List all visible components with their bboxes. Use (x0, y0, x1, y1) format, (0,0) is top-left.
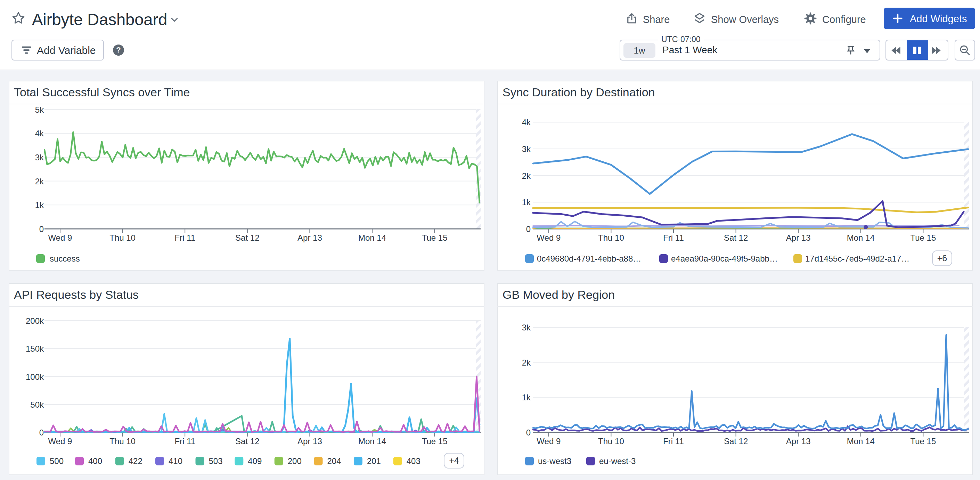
svg-text:422: 422 (129, 456, 143, 466)
svg-text:503: 503 (209, 456, 223, 466)
svg-text:3k: 3k (35, 153, 44, 162)
svg-text:4k: 4k (522, 118, 531, 127)
svg-text:Wed 9: Wed 9 (536, 233, 560, 242)
svg-text:Thu 10: Thu 10 (598, 233, 624, 242)
svg-text:Apr 13: Apr 13 (298, 233, 322, 242)
svg-text:1k: 1k (522, 393, 531, 402)
svg-text:Wed 9: Wed 9 (48, 233, 72, 242)
svg-text:0: 0 (526, 428, 531, 437)
svg-text:2k: 2k (522, 358, 531, 367)
svg-text:Mon 14: Mon 14 (847, 437, 875, 446)
svg-text:2k: 2k (35, 177, 44, 186)
svg-text:200k: 200k (26, 316, 44, 325)
svg-text:e4aea90a-90ca-49f5-9abb…: e4aea90a-90ca-49f5-9abb… (671, 254, 778, 263)
svg-text:500: 500 (50, 456, 64, 466)
svg-text:4k: 4k (35, 129, 44, 138)
svg-text:150k: 150k (26, 344, 44, 353)
svg-text:Apr 13: Apr 13 (786, 233, 811, 242)
svg-text:204: 204 (327, 456, 341, 466)
svg-text:0: 0 (39, 224, 44, 234)
svg-text:Tue 15: Tue 15 (422, 233, 448, 242)
svg-text:Fri 11: Fri 11 (175, 233, 195, 242)
svg-text:Fri 11: Fri 11 (663, 233, 684, 242)
svg-text:Thu 10: Thu 10 (110, 233, 135, 242)
svg-text:0: 0 (39, 428, 44, 437)
svg-text:Mon 14: Mon 14 (358, 233, 386, 242)
svg-text:Tue 15: Tue 15 (910, 437, 936, 446)
svg-text:Thu 10: Thu 10 (110, 437, 135, 446)
svg-text:us-west3: us-west3 (538, 456, 571, 466)
svg-text:17d1455c-7ed5-49d2-a17…: 17d1455c-7ed5-49d2-a17… (805, 254, 910, 263)
svg-text:eu-west-3: eu-west-3 (599, 456, 636, 466)
svg-text:5k: 5k (35, 105, 44, 115)
svg-text:+4: +4 (449, 456, 459, 466)
svg-text:+6: +6 (937, 253, 947, 263)
svg-text:3k: 3k (522, 144, 531, 154)
svg-text:Thu 10: Thu 10 (598, 437, 624, 446)
svg-text:Mon 14: Mon 14 (847, 233, 875, 242)
svg-text:1k: 1k (522, 198, 531, 207)
svg-text:Fri 11: Fri 11 (175, 437, 195, 446)
svg-text:201: 201 (367, 456, 381, 466)
svg-text:Fri 11: Fri 11 (663, 437, 684, 446)
svg-text:1k: 1k (35, 200, 44, 210)
svg-text:2k: 2k (522, 171, 531, 180)
svg-text:Apr 13: Apr 13 (298, 437, 322, 446)
svg-text:Sat 12: Sat 12 (235, 437, 259, 446)
svg-text:200: 200 (288, 456, 302, 466)
svg-text:Sat 12: Sat 12 (235, 233, 259, 242)
svg-text:409: 409 (248, 456, 262, 466)
svg-text:100k: 100k (26, 372, 44, 381)
svg-text:3k: 3k (522, 323, 531, 332)
svg-text:success: success (50, 254, 80, 263)
svg-text:0c49680d-4791-4ebb-a88…: 0c49680d-4791-4ebb-a88… (537, 254, 641, 263)
svg-text:Tue 15: Tue 15 (422, 437, 448, 446)
svg-text:Apr 13: Apr 13 (786, 437, 811, 446)
svg-text:Tue 15: Tue 15 (910, 233, 936, 242)
svg-text:403: 403 (407, 456, 420, 466)
svg-text:400: 400 (88, 456, 102, 466)
svg-text:Wed 9: Wed 9 (48, 437, 72, 446)
svg-text:50k: 50k (30, 400, 44, 410)
svg-text:Wed 9: Wed 9 (536, 437, 560, 446)
svg-text:410: 410 (169, 456, 183, 466)
svg-text:Sat 12: Sat 12 (724, 233, 748, 242)
svg-text:Mon 14: Mon 14 (358, 437, 386, 446)
svg-text:Sat 12: Sat 12 (724, 437, 748, 446)
svg-text:0: 0 (526, 224, 531, 234)
